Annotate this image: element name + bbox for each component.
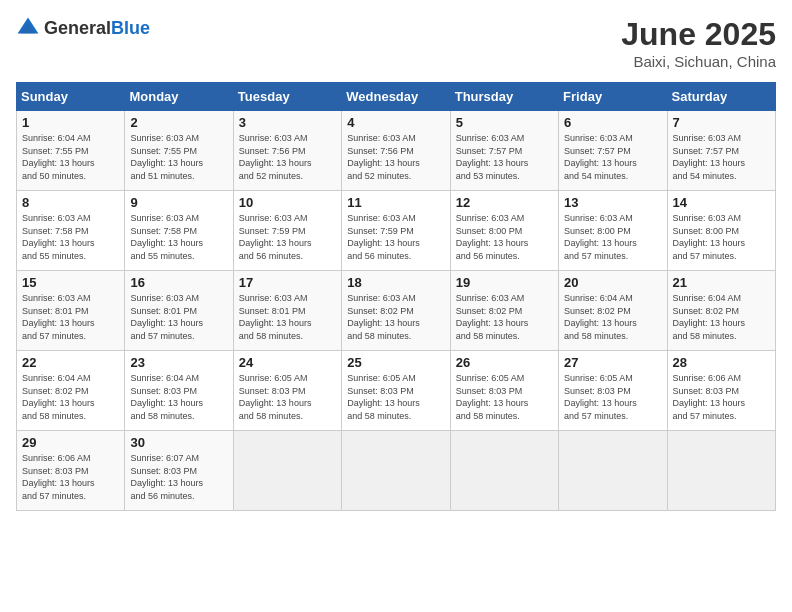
day-detail: Sunrise: 6:03 AM Sunset: 7:58 PM Dayligh… — [22, 212, 119, 262]
day-detail: Sunrise: 6:05 AM Sunset: 8:03 PM Dayligh… — [564, 372, 661, 422]
day-detail: Sunrise: 6:03 AM Sunset: 8:02 PM Dayligh… — [347, 292, 444, 342]
day-cell: 15Sunrise: 6:03 AM Sunset: 8:01 PM Dayli… — [17, 271, 125, 351]
day-number: 6 — [564, 115, 661, 130]
day-cell — [559, 431, 667, 511]
day-number: 4 — [347, 115, 444, 130]
day-detail: Sunrise: 6:03 AM Sunset: 7:55 PM Dayligh… — [130, 132, 227, 182]
day-cell: 29Sunrise: 6:06 AM Sunset: 8:03 PM Dayli… — [17, 431, 125, 511]
day-number: 11 — [347, 195, 444, 210]
day-detail: Sunrise: 6:04 AM Sunset: 8:02 PM Dayligh… — [22, 372, 119, 422]
day-cell: 21Sunrise: 6:04 AM Sunset: 8:02 PM Dayli… — [667, 271, 775, 351]
day-detail: Sunrise: 6:03 AM Sunset: 8:00 PM Dayligh… — [456, 212, 553, 262]
day-cell: 19Sunrise: 6:03 AM Sunset: 8:02 PM Dayli… — [450, 271, 558, 351]
day-cell: 12Sunrise: 6:03 AM Sunset: 8:00 PM Dayli… — [450, 191, 558, 271]
day-cell: 30Sunrise: 6:07 AM Sunset: 8:03 PM Dayli… — [125, 431, 233, 511]
day-number: 14 — [673, 195, 770, 210]
day-number: 28 — [673, 355, 770, 370]
day-number: 24 — [239, 355, 336, 370]
day-number: 21 — [673, 275, 770, 290]
day-detail: Sunrise: 6:03 AM Sunset: 7:57 PM Dayligh… — [564, 132, 661, 182]
day-cell: 20Sunrise: 6:04 AM Sunset: 8:02 PM Dayli… — [559, 271, 667, 351]
day-detail: Sunrise: 6:03 AM Sunset: 8:00 PM Dayligh… — [564, 212, 661, 262]
week-row-5: 29Sunrise: 6:06 AM Sunset: 8:03 PM Dayli… — [17, 431, 776, 511]
day-cell — [233, 431, 341, 511]
calendar-header-row: SundayMondayTuesdayWednesdayThursdayFrid… — [17, 83, 776, 111]
day-detail: Sunrise: 6:03 AM Sunset: 7:59 PM Dayligh… — [347, 212, 444, 262]
day-cell: 16Sunrise: 6:03 AM Sunset: 8:01 PM Dayli… — [125, 271, 233, 351]
day-number: 16 — [130, 275, 227, 290]
day-detail: Sunrise: 6:05 AM Sunset: 8:03 PM Dayligh… — [239, 372, 336, 422]
header-cell-monday: Monday — [125, 83, 233, 111]
day-number: 5 — [456, 115, 553, 130]
day-cell: 22Sunrise: 6:04 AM Sunset: 8:02 PM Dayli… — [17, 351, 125, 431]
header-cell-wednesday: Wednesday — [342, 83, 450, 111]
week-row-1: 1Sunrise: 6:04 AM Sunset: 7:55 PM Daylig… — [17, 111, 776, 191]
day-cell: 28Sunrise: 6:06 AM Sunset: 8:03 PM Dayli… — [667, 351, 775, 431]
day-number: 26 — [456, 355, 553, 370]
day-cell: 4Sunrise: 6:03 AM Sunset: 7:56 PM Daylig… — [342, 111, 450, 191]
header-cell-saturday: Saturday — [667, 83, 775, 111]
calendar-body: 1Sunrise: 6:04 AM Sunset: 7:55 PM Daylig… — [17, 111, 776, 511]
calendar-subtitle: Baixi, Sichuan, China — [621, 53, 776, 70]
day-cell: 3Sunrise: 6:03 AM Sunset: 7:56 PM Daylig… — [233, 111, 341, 191]
day-cell: 17Sunrise: 6:03 AM Sunset: 8:01 PM Dayli… — [233, 271, 341, 351]
day-detail: Sunrise: 6:03 AM Sunset: 8:00 PM Dayligh… — [673, 212, 770, 262]
logo: GeneralBlue — [16, 16, 150, 40]
day-cell: 5Sunrise: 6:03 AM Sunset: 7:57 PM Daylig… — [450, 111, 558, 191]
day-cell: 18Sunrise: 6:03 AM Sunset: 8:02 PM Dayli… — [342, 271, 450, 351]
day-detail: Sunrise: 6:04 AM Sunset: 8:02 PM Dayligh… — [673, 292, 770, 342]
day-detail: Sunrise: 6:03 AM Sunset: 7:56 PM Dayligh… — [239, 132, 336, 182]
day-number: 1 — [22, 115, 119, 130]
day-number: 8 — [22, 195, 119, 210]
day-number: 19 — [456, 275, 553, 290]
header-cell-thursday: Thursday — [450, 83, 558, 111]
day-number: 2 — [130, 115, 227, 130]
day-cell: 13Sunrise: 6:03 AM Sunset: 8:00 PM Dayli… — [559, 191, 667, 271]
day-number: 22 — [22, 355, 119, 370]
day-cell: 2Sunrise: 6:03 AM Sunset: 7:55 PM Daylig… — [125, 111, 233, 191]
day-detail: Sunrise: 6:03 AM Sunset: 7:56 PM Dayligh… — [347, 132, 444, 182]
day-cell: 9Sunrise: 6:03 AM Sunset: 7:58 PM Daylig… — [125, 191, 233, 271]
calendar-table: SundayMondayTuesdayWednesdayThursdayFrid… — [16, 82, 776, 511]
day-cell — [450, 431, 558, 511]
header: GeneralBlue June 2025 Baixi, Sichuan, Ch… — [16, 16, 776, 70]
day-number: 3 — [239, 115, 336, 130]
week-row-2: 8Sunrise: 6:03 AM Sunset: 7:58 PM Daylig… — [17, 191, 776, 271]
day-detail: Sunrise: 6:04 AM Sunset: 7:55 PM Dayligh… — [22, 132, 119, 182]
title-area: June 2025 Baixi, Sichuan, China — [621, 16, 776, 70]
logo-icon — [16, 16, 40, 40]
header-cell-sunday: Sunday — [17, 83, 125, 111]
logo-text-blue: Blue — [111, 18, 150, 38]
day-number: 7 — [673, 115, 770, 130]
day-detail: Sunrise: 6:03 AM Sunset: 8:02 PM Dayligh… — [456, 292, 553, 342]
day-number: 27 — [564, 355, 661, 370]
day-cell — [342, 431, 450, 511]
day-number: 25 — [347, 355, 444, 370]
day-detail: Sunrise: 6:04 AM Sunset: 8:02 PM Dayligh… — [564, 292, 661, 342]
day-detail: Sunrise: 6:05 AM Sunset: 8:03 PM Dayligh… — [347, 372, 444, 422]
day-number: 17 — [239, 275, 336, 290]
day-cell: 1Sunrise: 6:04 AM Sunset: 7:55 PM Daylig… — [17, 111, 125, 191]
day-detail: Sunrise: 6:03 AM Sunset: 8:01 PM Dayligh… — [22, 292, 119, 342]
day-cell: 25Sunrise: 6:05 AM Sunset: 8:03 PM Dayli… — [342, 351, 450, 431]
day-cell: 11Sunrise: 6:03 AM Sunset: 7:59 PM Dayli… — [342, 191, 450, 271]
day-cell: 14Sunrise: 6:03 AM Sunset: 8:00 PM Dayli… — [667, 191, 775, 271]
day-detail: Sunrise: 6:03 AM Sunset: 7:59 PM Dayligh… — [239, 212, 336, 262]
day-cell: 24Sunrise: 6:05 AM Sunset: 8:03 PM Dayli… — [233, 351, 341, 431]
day-number: 9 — [130, 195, 227, 210]
day-cell: 27Sunrise: 6:05 AM Sunset: 8:03 PM Dayli… — [559, 351, 667, 431]
day-cell — [667, 431, 775, 511]
day-number: 13 — [564, 195, 661, 210]
calendar-title: June 2025 — [621, 16, 776, 53]
week-row-4: 22Sunrise: 6:04 AM Sunset: 8:02 PM Dayli… — [17, 351, 776, 431]
day-cell: 7Sunrise: 6:03 AM Sunset: 7:57 PM Daylig… — [667, 111, 775, 191]
day-detail: Sunrise: 6:04 AM Sunset: 8:03 PM Dayligh… — [130, 372, 227, 422]
day-detail: Sunrise: 6:06 AM Sunset: 8:03 PM Dayligh… — [22, 452, 119, 502]
day-number: 23 — [130, 355, 227, 370]
week-row-3: 15Sunrise: 6:03 AM Sunset: 8:01 PM Dayli… — [17, 271, 776, 351]
day-number: 18 — [347, 275, 444, 290]
day-detail: Sunrise: 6:03 AM Sunset: 7:57 PM Dayligh… — [673, 132, 770, 182]
day-detail: Sunrise: 6:06 AM Sunset: 8:03 PM Dayligh… — [673, 372, 770, 422]
day-detail: Sunrise: 6:03 AM Sunset: 8:01 PM Dayligh… — [239, 292, 336, 342]
day-number: 15 — [22, 275, 119, 290]
